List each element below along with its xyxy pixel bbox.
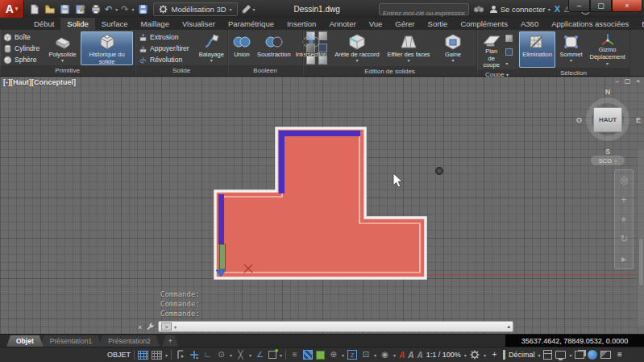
tab-objet[interactable]: Objet (6, 335, 44, 347)
boite-button[interactable]: Boîte (2, 33, 44, 42)
wall-accent-lower-left[interactable] (218, 194, 224, 244)
tab-maillage[interactable]: Maillage (135, 18, 176, 30)
search-input[interactable] (380, 8, 468, 19)
zoom-icon[interactable]: ⌖ (621, 214, 627, 224)
revolution-button[interactable]: Révolution (137, 56, 196, 64)
search-box[interactable] (379, 3, 469, 15)
appuyer-tirer-button[interactable]: Appuyer/tirer (137, 44, 196, 53)
search-binoculars-icon[interactable] (473, 3, 485, 15)
viewport-close-icon[interactable]: × (636, 77, 640, 85)
polysolide-button[interactable]: Polysolide ▾ (46, 31, 79, 65)
workspace-selector[interactable]: Modélisation 3D ▾ (153, 2, 237, 16)
close-button[interactable]: × (612, 0, 642, 12)
minimize-button[interactable]: – (568, 0, 590, 12)
viewport-minimize-icon[interactable]: – (615, 77, 618, 85)
orbit-icon[interactable]: ↻ (620, 234, 628, 243)
tab-parametrique[interactable]: Paramétrique (222, 18, 280, 30)
viewcube-top-face[interactable]: HAUT (593, 107, 622, 132)
tab-presentation1[interactable]: Présentation1 (40, 335, 102, 347)
tab-a360[interactable]: A360 (514, 18, 545, 30)
dynamic-ucs-icon[interactable]: Z (347, 350, 357, 360)
osnap-3d-icon[interactable]: ⊕ (328, 349, 339, 360)
tab-bim360[interactable]: BIM 360 (635, 18, 644, 30)
soustraction-button[interactable]: Soustraction (256, 31, 293, 65)
quick-properties-icon[interactable] (543, 350, 552, 360)
annotation-visibility-icon[interactable]: A (399, 351, 405, 360)
tab-annoter[interactable]: Annoter (322, 18, 362, 30)
arete-de-raccord-button[interactable]: Arête de raccord ▾ (332, 31, 382, 66)
isoplane-icon[interactable]: ╳ (235, 349, 246, 360)
polar-mode-icon[interactable]: ⊙ (216, 349, 226, 360)
command-expand-icon[interactable]: ▴ (507, 323, 510, 330)
panel-label-edition[interactable]: Edition de solides (303, 66, 476, 77)
new-file-icon[interactable] (28, 3, 40, 15)
ortho-mode-icon[interactable]: ∟ (202, 349, 213, 360)
command-wrench-icon[interactable] (146, 322, 155, 331)
selection-filter-caret-icon[interactable]: ▾ (374, 352, 376, 358)
tab-gerer[interactable]: Gérer (388, 18, 421, 30)
cloud-save-icon[interactable] (137, 3, 149, 15)
customization-menu-icon[interactable]: ≡ (614, 349, 625, 360)
viewcube-ucs-menu[interactable]: SCG▾ (591, 156, 625, 165)
tab-applications-associees[interactable]: Applications associées (545, 18, 635, 30)
live-section-icon[interactable] (505, 35, 513, 42)
panel-label-solide[interactable]: Solide (135, 65, 227, 76)
viewcube[interactable]: N S O E HAUT SCG▾ (580, 88, 636, 169)
app-menu-button[interactable]: A▾ (0, 0, 24, 18)
viewcube-north[interactable]: N (605, 88, 611, 96)
sign-in-button[interactable]: Se connecter ▾ (489, 5, 551, 14)
clean-solid-icon[interactable] (306, 44, 315, 52)
section-jog-icon[interactable]: ▾ (505, 62, 515, 66)
annotation-scale-caret-icon[interactable]: ▾ (464, 352, 467, 358)
redo-icon[interactable]: ↷ (121, 4, 128, 15)
tab-vue[interactable]: Vue (363, 18, 389, 30)
panel-label-primitive[interactable]: Primitive (0, 65, 135, 76)
annotation-autoscale-icon[interactable]: A (408, 351, 413, 360)
imprint-icon[interactable] (306, 56, 315, 64)
angle-constraint-icon[interactable]: ∠ (255, 349, 265, 360)
snap-caret-icon[interactable]: ▾ (165, 352, 168, 358)
check-solid-icon[interactable] (318, 44, 327, 52)
annotation-scale-value[interactable]: 1:1 / 100% (426, 351, 461, 359)
snap-mode-icon[interactable] (152, 351, 162, 360)
sphere-button[interactable]: Sphère (2, 56, 44, 64)
cylindre-button[interactable]: Cylindre (2, 44, 44, 53)
units-button[interactable]: Décimal (509, 351, 535, 359)
tab-surface[interactable]: Surface (95, 18, 135, 30)
osnap-caret-icon[interactable]: ▾ (280, 352, 282, 358)
steering-wheel-icon[interactable]: ◎ (620, 175, 628, 185)
drawing-viewport[interactable]: [-][Haut][Conceptuel] – ▢ × N S O E HAUT… (0, 77, 644, 334)
viewport-controls-label[interactable]: [-][Haut][Conceptuel] (3, 78, 76, 86)
viewcube-west[interactable]: O (576, 116, 582, 124)
panel-label-booleen[interactable]: Booléen (228, 65, 302, 76)
tab-debut[interactable]: Début (27, 18, 60, 30)
lineweight-icon[interactable]: ≡ (289, 349, 300, 360)
selection-cycling-icon[interactable] (316, 351, 325, 360)
dynamic-input-icon[interactable] (175, 349, 185, 360)
hardware-acceleration-icon[interactable] (588, 350, 597, 360)
command-recent-caret-icon[interactable]: ▾ (174, 324, 177, 330)
tab-insertion[interactable]: Insertion (280, 18, 322, 30)
effiler-des-faces-button[interactable]: Effiler des faces ▾ (384, 31, 434, 66)
tab-sortie[interactable]: Sortie (422, 18, 455, 30)
extrusion-button[interactable]: Extrusion (137, 33, 196, 42)
exchange-apps-icon[interactable]: X (555, 4, 560, 14)
clean-screen-icon[interactable] (575, 351, 584, 359)
gaine-button[interactable]: Gaine ▾ (435, 31, 471, 66)
command-close-icon[interactable]: × (138, 323, 142, 331)
gizmo-deplacement-button[interactable]: Gizmo Déplacement ▾ (587, 31, 628, 68)
transparency-icon[interactable] (303, 350, 313, 360)
historique-du-solide-button[interactable]: Historique du solide (81, 31, 133, 65)
redo-caret-icon[interactable]: ▾ (131, 6, 134, 12)
tab-complements[interactable]: Compléments (454, 18, 514, 30)
polar-caret-icon[interactable]: ▾ (230, 352, 232, 358)
system-monitor-caret-icon[interactable]: ▾ (569, 352, 571, 358)
scrollbar-thumb[interactable] (638, 238, 644, 286)
full-screen-icon[interactable] (600, 351, 611, 359)
wall-accent-upper-left[interactable] (279, 131, 285, 193)
open-folder-icon[interactable] (44, 3, 56, 15)
annotation-scale-icon[interactable]: A (418, 351, 423, 360)
viewport-restore-icon[interactable]: ▢ (625, 77, 631, 85)
osnap-3d-caret-icon[interactable]: ▾ (342, 352, 344, 358)
show-motion-icon[interactable]: ▸ (621, 254, 626, 264)
